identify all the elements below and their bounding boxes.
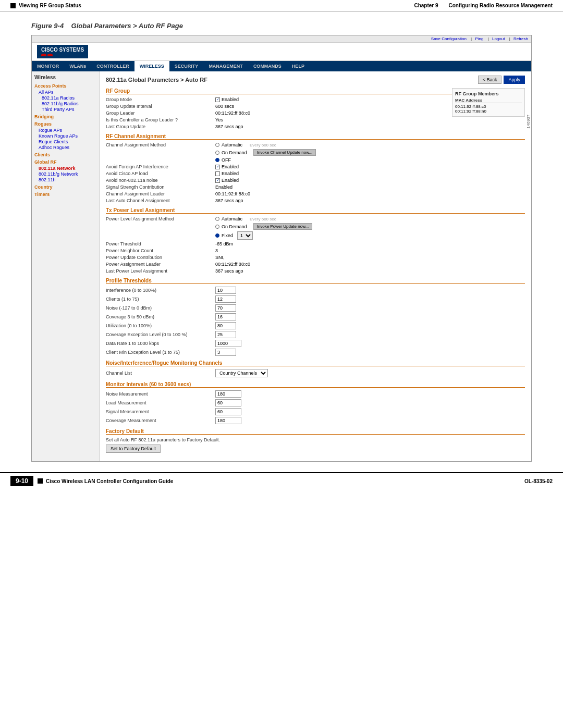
nav-item-help[interactable]: HELP [287,61,310,71]
logout-link[interactable]: Logout [492,36,505,41]
sidebar-item-80211a-network[interactable]: 802.11a Network [39,166,96,171]
channel-auto-radio[interactable] [215,143,219,147]
avoid-cisco-label: Avoid Cisco AP load [106,171,215,176]
footer-left: 9-10 Cisco Wireless LAN Controller Confi… [10,476,173,486]
ping-link[interactable]: Ping [475,36,483,41]
power-fixed-radio[interactable] [215,233,219,238]
profile-thresholds-section: Profile Thresholds Interference (0 to 10… [106,278,525,356]
controller-group-leader-label: Is this Controller a Group Leader ? [106,117,215,122]
interference-input[interactable] [215,287,236,294]
nav-item-wireless[interactable]: WIRELESS [134,61,169,71]
noise-input[interactable] [215,304,236,312]
client-min-exception-row: Client Min Exception Level (1 to 75) [106,349,525,356]
avoid-cisco-checkbox[interactable] [215,171,220,176]
power-neighbor-count-row: Power Neighbor Count 3 [106,248,525,253]
sidebar-item-rogue-clients[interactable]: Rogue Clients [39,139,96,144]
factory-default-title: Factory Default [106,428,525,435]
power-update-contribution-value: SNI, [215,255,225,260]
nav-item-commands[interactable]: COMMANDS [248,61,287,71]
apply-button[interactable]: Apply [504,76,525,84]
power-ondemand-radio[interactable] [215,225,219,229]
figure-title: Figure 9-4 Global Parameters > Auto RF P… [0,11,563,35]
group-mode-checkbox[interactable] [215,97,220,102]
factory-default-section: Factory Default Set all Auto RF 802.11a … [106,428,525,453]
refresh-link[interactable]: Refresh [513,36,528,41]
power-method-options: Automatic Every 600 sec On Demand Invoke… [215,216,312,240]
coverage-input[interactable] [215,313,236,320]
sidebar-item-80211bg-radios[interactable]: 802.11b/g Radios [42,101,96,106]
power-update-contribution-label: Power Update Contribution [106,255,215,260]
coverage-measurement-label: Coverage Measurement [106,418,215,423]
noise-channels-title: Noise/Interference/Rogue Monitoring Chan… [106,360,525,366]
channel-list-select[interactable]: Country Channels All Channels [215,369,268,377]
avoid-non80211a-text: Enabled [222,178,239,183]
avoid-non80211a-checkbox[interactable] [215,178,220,183]
sidebar-item-all-aps[interactable]: All APs [39,90,96,95]
rf-member-1: 00:11:92:ff:88:c0 [455,104,522,109]
invoke-power-button[interactable]: Invoke Power Update now... [253,223,313,230]
channel-list-row: Channel List Country Channels All Channe… [106,369,525,377]
back-button[interactable]: < Back [478,76,502,84]
sidebar-access-points-title: Access Points [34,83,96,89]
section-indicator: Viewing RF Group Status [10,3,81,8]
coverage-measurement-input[interactable] [215,417,241,424]
noise-measurement-input[interactable] [215,390,241,398]
signal-measurement-input[interactable] [215,408,241,415]
sidebar-item-80211bg-network[interactable]: 802.11b/g Network [39,171,96,177]
nav-item-controller[interactable]: CONTROLLER [91,61,134,71]
noise-measurement-label: Noise Measurement [106,391,215,397]
coverage-row: Coverage 3 to 50 dBm) [106,313,525,320]
power-auto-radio[interactable] [215,217,219,221]
avoid-foreign-checkbox[interactable] [215,165,220,169]
clients-input[interactable] [215,295,236,303]
clients-label: Clients (1 to 75) [106,297,215,302]
sidebar-item-known-rogue-aps[interactable]: Known Rogue APs [39,133,96,139]
power-fixed-dropdown[interactable]: 1234 [237,231,253,240]
client-min-exception-input[interactable] [215,349,236,356]
section-title: Viewing RF Group Status [19,3,81,8]
avoid-cisco-text: Enabled [222,171,239,176]
sidebar-item-third-party[interactable]: Third Party APs [42,107,96,112]
sidebar-item-80211a-radios[interactable]: 802.11a Radios [42,95,96,101]
sidebar-bridging-title: Bridging [34,114,96,119]
channel-ondemand-radio[interactable] [215,151,219,155]
nav-item-monitor[interactable]: MONITOR [32,61,64,71]
channel-auto-label: Automatic [222,142,242,147]
channel-method-label: Channel Assignment Method [106,142,215,147]
nav-item-wlans[interactable]: WLANs [64,61,91,71]
noise-channels-section: Noise/Interference/Rogue Monitoring Chan… [106,360,525,377]
footer-bar: 9-10 Cisco Wireless LAN Controller Confi… [0,472,563,489]
data-rate-input[interactable] [215,340,241,347]
nav-item-security[interactable]: SECURITY [169,61,204,71]
sidebar-item-80211h[interactable]: 802.11h [39,177,96,182]
group-leader-value: 00:11:92:ff:88:c0 [215,110,250,116]
signal-measurement-label: Signal Measurement [106,409,215,414]
power-auto-label: Automatic [222,216,242,221]
last-auto-channel-label: Last Auto Channel Assignment [106,198,215,203]
nav-bar: MONITOR WLANs CONTROLLER WIRELESS SECURI… [32,61,531,71]
nav-item-management[interactable]: MANAGEMENT [203,61,248,71]
channel-off-radio[interactable] [215,158,219,162]
power-threshold-value: -65 dBm [215,241,233,246]
sidebar-item-rogue-aps[interactable]: Rogue APs [39,128,96,133]
power-auto-note: Every 600 sec [250,217,276,221]
channel-assignment-leader-row: Channel Assignment Leader 00:11:92:ff:88… [106,191,525,196]
sidebar-item-adhoc-rogues[interactable]: Adhoc Rogues [39,145,96,150]
invoke-channel-button[interactable]: Invoke Channel Update now... [253,149,316,156]
save-config-link[interactable]: Save Configuration [431,36,467,41]
rf-channel-section: RF Channel Assignment Channel Assignment… [106,133,525,203]
figure-number: Figure 9-4 [31,22,64,30]
factory-default-button[interactable]: Set to Factory Default [106,445,161,453]
signal-strength-label: Signal Strength Contribution [106,184,215,190]
group-mode-value: Enabled [215,97,239,102]
coverage-exception-input[interactable] [215,331,236,338]
load-measurement-input[interactable] [215,399,241,406]
main-area: Wireless Access Points All APs 802.11a R… [32,71,531,461]
utilization-input[interactable] [215,322,236,329]
group-mode-label: Group Mode [106,97,215,102]
utilization-label: Utilization (0 to 100%) [106,323,215,328]
power-auto-row: Automatic Every 600 sec [215,216,312,221]
rf-members-column-header: MAC Address [455,98,522,103]
avoid-non80211a-label: Avoid non-802.11a noise [106,178,215,183]
tx-power-section: Tx Power Level Assignment Power Level As… [106,207,525,274]
